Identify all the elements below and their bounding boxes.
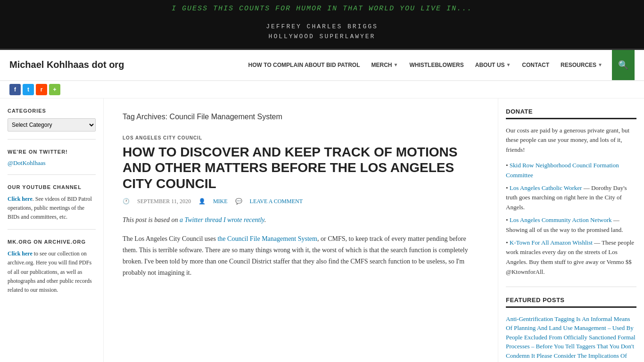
donate-link-2[interactable]: Los Angeles Catholic Worker — [510, 184, 582, 191]
categories-title: CATEGORIES — [8, 108, 96, 114]
post-title[interactable]: HOW TO DISCOVER AND KEEP TRACK OF MOTION… — [123, 144, 479, 192]
nav-about-us[interactable]: ABOUT US ▼ — [470, 51, 517, 79]
site-title[interactable]: Michael Kohlhaas dot org — [9, 59, 124, 70]
archive-link[interactable]: Click here — [8, 250, 33, 257]
facebook-icon[interactable]: f — [9, 84, 21, 95]
youtube-text: Click here. See videos of BID Patrol ope… — [8, 195, 96, 222]
main-layout: CATEGORIES Select Category WE'RE ON TWIT… — [0, 99, 644, 362]
post-intro-em: This post is based on a Twitter thread I… — [123, 216, 266, 223]
top-banner-text: I GUESS THIS COUNTS FOR HUMOR IN THAT WO… — [172, 5, 472, 13]
share-icon[interactable]: + — [49, 84, 60, 95]
sidebar-divider-3 — [8, 229, 96, 230]
nav-contact[interactable]: CONTACT — [516, 51, 555, 79]
nav-links: HOW TO COMPLAIN ABOUT BID PATROL MERCH ▼… — [138, 50, 635, 80]
donate-item-4: • K-Town For All Amazon Wishlist — These… — [506, 238, 636, 277]
right-sidebar: DONATE Our costs are paid by a generous … — [498, 99, 644, 362]
nav-bid-patrol[interactable]: HOW TO COMPLAIN ABOUT BID PATROL — [243, 51, 366, 79]
post-meta: 🕐 SEPTEMBER 11, 2020 👤 MIKE 💬 LEAVE A CO… — [123, 198, 479, 205]
post-intro-link[interactable]: a Twitter thread I wrote recently — [180, 216, 264, 223]
post-intro-paragraph: This post is based on a Twitter thread I… — [123, 214, 479, 226]
subtitle-line1: JEFFREY CHARLES BRIGGS HOLLYWOOD SUPERLA… — [266, 23, 378, 40]
donate-item-1: • Skid Row Neighborhood Council Formatio… — [506, 161, 636, 181]
post-article: LOS ANGELES CITY COUNCIL HOW TO DISCOVER… — [123, 135, 479, 279]
search-icon: 🔍 — [618, 60, 628, 70]
twitter-icon[interactable]: t — [23, 84, 34, 95]
top-banner: I GUESS THIS COUNTS FOR HUMOR IN THAT WO… — [0, 0, 644, 17]
merch-dropdown-arrow: ▼ — [393, 62, 398, 67]
archive-title: MK.ORG ON ARCHIVE.ORG — [8, 239, 96, 245]
social-row: f t r + — [0, 81, 644, 99]
content-area: Tag Archives: Council File Management Sy… — [104, 99, 498, 362]
youtube-link[interactable]: Click here — [8, 196, 33, 202]
donate-title: DONATE — [506, 108, 636, 119]
featured-title: FEATURED POSTS — [506, 296, 636, 308]
post-body: This post is based on a Twitter thread I… — [123, 214, 479, 278]
donate-link-1[interactable]: Skid Row Neighborhood Council Formation … — [506, 162, 619, 179]
youtube-title: OUR YOUTUBE CHANNEL — [8, 184, 96, 190]
sidebar: CATEGORIES Select Category WE'RE ON TWIT… — [0, 99, 104, 362]
twitter-handle[interactable]: @DotKohlhaas — [8, 159, 96, 167]
twitter-title: WE'RE ON TWITTER! — [8, 149, 96, 155]
resources-dropdown-arrow: ▼ — [598, 62, 603, 67]
reddit-icon[interactable]: r — [36, 84, 47, 95]
post-date: SEPTEMBER 11, 2020 — [137, 198, 191, 205]
nav-resources[interactable]: RESOURCES ▼ — [555, 51, 608, 79]
post-main-paragraph: The Los Angeles City Council uses the Co… — [123, 233, 479, 278]
archive-text: Click here to see our collection on arch… — [8, 249, 96, 295]
post-author-icon: 👤 — [198, 198, 206, 205]
donate-item-3: • Los Angeles Community Action Network —… — [506, 215, 636, 235]
tag-archives-heading: Tag Archives: Council File Management Sy… — [123, 113, 479, 121]
category-select[interactable]: Select Category — [8, 118, 96, 132]
sidebar-divider-2 — [8, 174, 96, 175]
about-dropdown-arrow: ▼ — [506, 62, 511, 67]
search-button[interactable]: 🔍 — [612, 50, 635, 80]
post-category-label: LOS ANGELES CITY COUNCIL — [123, 135, 479, 140]
cfms-link[interactable]: the Council File Management System — [217, 235, 317, 242]
post-comment-link[interactable]: LEAVE A COMMENT — [250, 198, 303, 205]
nav-whistleblowers[interactable]: WHISTLEBLOWERS — [404, 51, 469, 79]
post-author[interactable]: MIKE — [213, 198, 228, 205]
donate-link-3[interactable]: Los Angeles Community Action Network — [510, 216, 612, 223]
post-date-icon: 🕐 — [123, 198, 130, 205]
subtitle-banner: JEFFREY CHARLES BRIGGS HOLLYWOOD SUPERLA… — [0, 17, 644, 50]
featured-post-1[interactable]: Anti-Gentrification Tagging Is An Inform… — [506, 314, 636, 362]
right-divider — [506, 287, 636, 287]
donate-item-2: • Los Angeles Catholic Worker — Dorothy … — [506, 183, 636, 213]
sidebar-divider-1 — [8, 139, 96, 140]
post-comment-icon: 💬 — [235, 198, 242, 205]
donate-link-4[interactable]: K-Town For All Amazon Wishlist — [510, 239, 593, 246]
navbar: Michael Kohlhaas dot org HOW TO COMPLAIN… — [0, 50, 644, 81]
nav-merch[interactable]: MERCH ▼ — [365, 51, 404, 79]
donate-text: Our costs are paid by a generous private… — [506, 126, 636, 155]
